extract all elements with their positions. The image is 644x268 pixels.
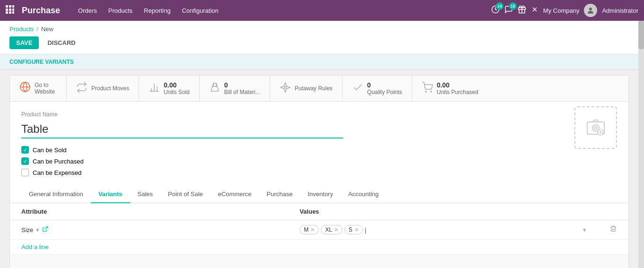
menu-products[interactable]: Products <box>104 4 137 17</box>
checkbox-can-be-purchased[interactable]: ✓ Can be Purchased <box>21 157 574 165</box>
product-name-input[interactable] <box>21 121 343 138</box>
close-icon[interactable] <box>531 6 538 15</box>
checkbox-can-be-sold[interactable]: ✓ Can be Sold <box>21 146 574 154</box>
svg-rect-6 <box>6 11 8 14</box>
smart-btn-purchased-text: 0.00 Units Purchased <box>437 81 478 95</box>
tab-accounting[interactable]: Accounting <box>341 186 386 203</box>
svg-rect-0 <box>6 5 8 8</box>
breadcrumb-separator: / <box>36 26 38 33</box>
menu-reporting[interactable]: Reporting <box>139 4 175 17</box>
checkbox-can-be-expensed[interactable]: Can be Expensed <box>21 169 574 176</box>
delete-row-icon[interactable] <box>609 226 617 234</box>
configure-variants-link[interactable]: CONFIGURE VARIANTS <box>9 59 74 65</box>
svg-point-23 <box>284 86 286 88</box>
value-tag-xl: XL ✕ <box>321 225 343 234</box>
tab-inventory[interactable]: Inventory <box>300 186 340 203</box>
scrollbar-thumb[interactable] <box>638 21 644 49</box>
svg-point-25 <box>431 91 432 92</box>
smart-btn-product-moves[interactable]: Product Moves <box>67 76 139 101</box>
product-photo-placeholder[interactable] <box>574 106 617 149</box>
content-card: Go toWebsite Product Moves <box>9 75 629 268</box>
checkbox-purchased-label: Can be Purchased <box>33 158 84 165</box>
scrollbar-track[interactable] <box>638 21 644 268</box>
grid-icon[interactable]: ​ <box>6 5 14 16</box>
smart-btn-bom-num: 0 <box>224 81 260 89</box>
tab-point-of-sale[interactable]: Point of Sale <box>160 186 211 203</box>
tab-general-information[interactable]: General Information <box>21 186 91 203</box>
smart-btn-sold-label: Units Sold <box>164 89 190 95</box>
svg-point-14 <box>589 8 592 10</box>
chat-icon[interactable]: 15 <box>504 5 513 16</box>
clock-icon[interactable]: 14 <box>491 5 500 16</box>
svg-line-32 <box>45 227 48 230</box>
value-tag-s: S ✕ <box>344 225 363 234</box>
checkbox-sold-box[interactable]: ✓ <box>21 146 29 154</box>
value-xl-label: XL <box>325 226 332 233</box>
value-s-remove[interactable]: ✕ <box>354 227 359 233</box>
gift-icon[interactable] <box>518 5 526 16</box>
smart-btn-quality-text: 0 Quality Points <box>367 81 402 95</box>
menu-orders[interactable]: Orders <box>73 4 102 17</box>
tab-sales[interactable]: Sales <box>130 186 161 203</box>
smart-btn-bom-text: 0 Bill of Materi... <box>224 81 260 95</box>
chat-badge: 15 <box>509 2 517 10</box>
form-area: Product Name ✓ Can be Sold ✓ Can be Purc… <box>10 102 628 186</box>
cart-icon <box>422 82 433 95</box>
smart-btn-website[interactable]: Go toWebsite <box>10 76 67 101</box>
globe-icon <box>19 81 31 95</box>
avatar[interactable] <box>584 4 597 17</box>
checkboxes-group: ✓ Can be Sold ✓ Can be Purchased Can be … <box>21 146 574 176</box>
tab-variants[interactable]: Variants <box>91 186 130 203</box>
product-name-label: Product Name <box>21 111 617 118</box>
row-actions-cell <box>598 220 628 240</box>
smart-btn-quality[interactable]: 0 Quality Points <box>343 76 412 101</box>
attribute-table: Attribute Values Size ▾ <box>10 203 628 240</box>
attribute-size-label: Size <box>21 226 33 233</box>
svg-rect-7 <box>9 11 11 14</box>
breadcrumb-parent[interactable]: Products <box>9 26 34 33</box>
smart-btn-quality-label: Quality Points <box>367 89 402 95</box>
add-line-link[interactable]: Add a line <box>10 240 628 254</box>
value-m-label: M <box>304 226 309 233</box>
values-dropdown-icon[interactable]: ▾ <box>583 226 586 233</box>
save-button[interactable]: SAVE <box>9 36 39 49</box>
tabs-row: General Information Variants Sales Point… <box>10 186 628 203</box>
svg-rect-8 <box>12 11 14 14</box>
tab-ecommerce[interactable]: eCommerce <box>211 186 259 203</box>
checkbox-purchased-box[interactable]: ✓ <box>21 157 29 165</box>
value-xl-remove[interactable]: ✕ <box>334 227 338 233</box>
attribute-cell: Size ▾ <box>10 220 288 240</box>
flask-icon <box>209 82 221 95</box>
checkbox-expensed-box[interactable] <box>21 169 29 176</box>
discard-button[interactable]: DISCARD <box>43 36 80 49</box>
value-input-cursor: | <box>365 226 366 233</box>
smart-btn-putaway-label: Putaway Rules <box>295 85 333 92</box>
chart-icon <box>149 82 160 95</box>
svg-point-28 <box>594 126 598 130</box>
col-attribute: Attribute <box>10 203 288 220</box>
smart-btn-units-sold[interactable]: 0.00 Units Sold <box>139 76 200 101</box>
svg-rect-5 <box>12 9 14 11</box>
smart-btn-bom[interactable]: 0 Bill of Materi... <box>200 76 270 101</box>
value-tag-m: M ✕ <box>300 225 319 234</box>
tab-purchase[interactable]: Purchase <box>259 186 300 203</box>
topnav-right: 14 15 My Company Administrator <box>491 4 638 17</box>
menu-configuration[interactable]: Configuration <box>177 4 223 17</box>
svg-rect-3 <box>6 9 8 11</box>
smart-btn-purchased[interactable]: 0.00 Units Purchased <box>412 76 488 101</box>
action-bar: SAVE DISCARD <box>9 36 629 49</box>
svg-rect-4 <box>9 9 11 11</box>
value-s-label: S <box>349 226 353 233</box>
username: Administrator <box>602 7 638 14</box>
col-actions <box>598 203 628 220</box>
values-cell: M ✕ XL ✕ S ✕ <box>288 220 598 240</box>
company-name[interactable]: My Company <box>543 7 580 14</box>
smart-btn-moves-text: Product Moves <box>91 85 129 92</box>
size-external-link-icon[interactable] <box>42 226 48 233</box>
smart-btn-sold-num: 0.00 <box>164 81 190 89</box>
size-dropdown-icon[interactable]: ▾ <box>36 226 39 233</box>
value-m-remove[interactable]: ✕ <box>310 227 315 233</box>
svg-rect-1 <box>9 5 11 8</box>
smart-btn-quality-num: 0 <box>367 81 402 89</box>
smart-btn-putaway[interactable]: Putaway Rules <box>270 76 343 101</box>
